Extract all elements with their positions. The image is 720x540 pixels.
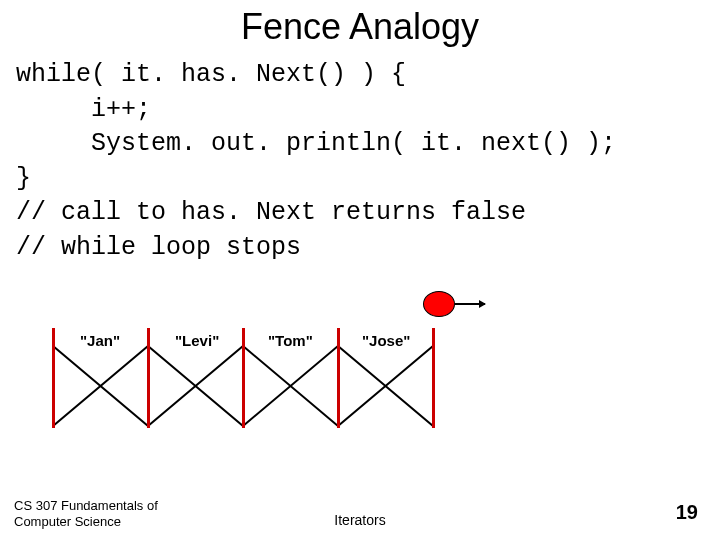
arrow-right-icon — [455, 303, 485, 305]
code-line: i++; — [16, 95, 151, 124]
code-line: while( it. has. Next() ) { — [16, 60, 406, 89]
fence-post — [147, 328, 150, 428]
code-line: } — [16, 164, 31, 193]
fence-label: "Tom" — [268, 332, 313, 349]
fence-diagram: "Jan" "Levi" "Tom" "Jose" — [52, 328, 532, 448]
fence-post — [52, 328, 55, 428]
iterator-marker — [423, 291, 483, 319]
code-block: while( it. has. Next() ) { i++; System. … — [0, 48, 720, 265]
circle-icon — [423, 291, 455, 317]
code-line: System. out. println( it. next() ); — [16, 129, 616, 158]
slide: Fence Analogy while( it. has. Next() ) {… — [0, 0, 720, 540]
footer-topic: Iterators — [0, 512, 720, 528]
fence-post — [337, 328, 340, 428]
fence-post — [432, 328, 435, 428]
fence-label: "Jan" — [80, 332, 120, 349]
code-line: // while loop stops — [16, 233, 301, 262]
slide-title: Fence Analogy — [0, 0, 720, 48]
fence-post — [242, 328, 245, 428]
fence-label: "Jose" — [362, 332, 410, 349]
code-line: // call to has. Next returns false — [16, 198, 526, 227]
page-number: 19 — [676, 501, 698, 524]
fence-label: "Levi" — [175, 332, 219, 349]
footer-line: CS 307 Fundamentals of — [14, 498, 158, 513]
